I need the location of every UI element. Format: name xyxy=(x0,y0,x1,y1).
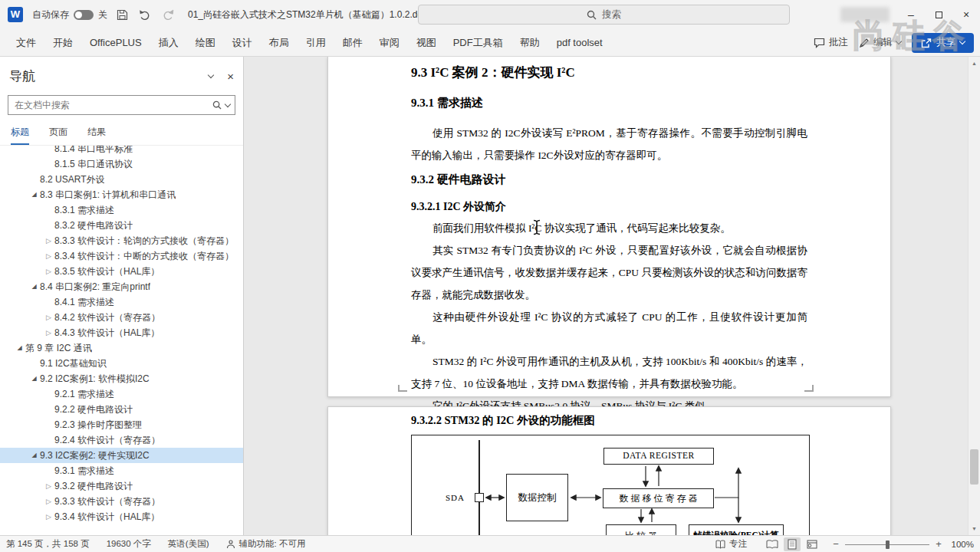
nav-item[interactable]: ▷9.3.3 软件设计（寄存器） xyxy=(0,494,243,509)
word-count[interactable]: 19630 个字 xyxy=(107,538,151,550)
nav-item[interactable]: 9.1 I2C基础知识 xyxy=(0,356,243,371)
nav-item[interactable]: ◢9.3 I2C案例2: 硬件实现I2C xyxy=(0,448,243,463)
view-print-layout-button[interactable] xyxy=(784,537,801,551)
nav-item[interactable]: ◢第 9 章 I2C 通讯 xyxy=(0,340,243,356)
doc-paragraph[interactable]: 这种由硬件外设处理 I²C 协议的方式减轻了 CPU 的工作，且使软件设计更加简… xyxy=(411,306,807,350)
nav-item[interactable]: ◢9.2 I2C案例1: 软件模拟I2C xyxy=(0,371,243,386)
ribbon-tab-9[interactable]: 邮件 xyxy=(334,29,371,56)
nav-tab-pages[interactable]: 页面 xyxy=(49,126,67,145)
collapse-icon[interactable]: ◢ xyxy=(28,371,40,386)
zoom-slider-handle[interactable] xyxy=(886,540,890,549)
ribbon-tab-13[interactable]: 帮助 xyxy=(511,29,548,56)
close-button[interactable]: × xyxy=(952,0,980,29)
scroll-up-arrow[interactable]: ▲ xyxy=(968,58,980,69)
word-logo-icon[interactable]: W xyxy=(8,7,23,22)
nav-item[interactable]: ▷8.3.3 软件设计：轮询的方式接收（寄存器） xyxy=(0,233,243,248)
editing-mode-button[interactable]: 编辑 xyxy=(859,36,901,49)
ribbon-tab-11[interactable]: 视图 xyxy=(408,29,445,56)
autosave-toggle[interactable] xyxy=(74,10,94,20)
nav-item[interactable]: ◢8.4 串口案例2: 重定向printf xyxy=(0,279,243,294)
restore-button[interactable] xyxy=(925,0,952,29)
ribbon-tab-4[interactable]: 插入 xyxy=(150,29,187,56)
ribbon-tab-7[interactable]: 布局 xyxy=(261,29,298,56)
view-read-mode-button[interactable] xyxy=(764,537,781,551)
doc-heading[interactable]: 9.3 I²C 案例 2：硬件实现 I²C xyxy=(411,63,807,83)
doc-heading[interactable]: 9.3.2.1 I2C 外设简介 xyxy=(411,199,807,215)
doc-heading[interactable]: 9.3.2.2 STM32 的 I2C 外设的功能框图 xyxy=(411,412,807,429)
nav-item[interactable]: 9.3.1 需求描述 xyxy=(0,463,243,478)
expand-icon[interactable]: ▷ xyxy=(43,264,54,279)
zoom-in-button[interactable]: + xyxy=(932,538,945,550)
nav-tab-headings[interactable]: 标题 xyxy=(11,126,29,145)
expand-icon[interactable]: ▷ xyxy=(43,325,54,340)
view-web-layout-button[interactable] xyxy=(804,537,821,551)
nav-item[interactable]: 9.2.3 操作时序图整理 xyxy=(0,417,243,432)
nav-item[interactable]: 8.1.5 串口通讯协议 xyxy=(0,156,243,172)
nav-item[interactable]: ▷9.3.4 软件设计（HAL库） xyxy=(0,509,243,524)
ribbon-tab-6[interactable]: 设计 xyxy=(224,29,261,56)
ribbon-tab-1[interactable]: 文件 xyxy=(8,29,44,56)
accessibility-status[interactable]: 辅助功能: 不可用 xyxy=(226,538,306,550)
doc-paragraph[interactable]: 使用 STM32 的 I2C外设读写 E²PROM，基于寄存器操作。不需要手动控… xyxy=(411,122,807,166)
nav-item[interactable]: ▷8.4.2 软件设计（寄存器） xyxy=(0,310,243,325)
nav-item[interactable]: 9.2.4 软件设计（寄存器） xyxy=(0,432,243,448)
collapse-icon[interactable]: ◢ xyxy=(14,340,25,356)
scrollbar-thumb[interactable] xyxy=(970,449,978,485)
document-page-2[interactable]: 9.3.2.2 STM32 的 I2C 外设的功能框图 xyxy=(327,406,891,535)
document-canvas[interactable]: 9.3 I²C 案例 2：硬件实现 I²C9.3.1 需求描述使用 STM32 … xyxy=(244,57,968,535)
nav-item[interactable]: ◢8.3 串口案例1: 计算机和串口通讯 xyxy=(0,187,243,202)
autosave-control[interactable]: 自动保存 关 xyxy=(32,8,107,21)
doc-heading[interactable]: 9.3.2 硬件电路设计 xyxy=(411,170,807,189)
search-box[interactable]: 搜索 xyxy=(418,5,790,25)
ribbon-tab-12[interactable]: PDF工具箱 xyxy=(445,29,511,56)
comments-button[interactable]: 批注 xyxy=(814,36,848,49)
ribbon-tab-14[interactable]: pdf toolset xyxy=(548,29,611,56)
page-indicator[interactable]: 第 145 页，共 158 页 xyxy=(6,538,90,550)
nav-pane-close-icon[interactable]: × xyxy=(227,70,234,83)
expand-icon[interactable]: ▷ xyxy=(43,233,54,248)
collapse-icon[interactable]: ◢ xyxy=(28,279,40,294)
ribbon-tab-5[interactable]: 绘图 xyxy=(187,29,224,56)
nav-item[interactable]: 8.3.1 需求描述 xyxy=(0,202,243,218)
nav-item[interactable]: 8.3.2 硬件电路设计 xyxy=(0,218,243,233)
doc-paragraph[interactable]: 前面我们用软件模拟 I²C 协议实现了通讯，代码写起来比较复杂。 xyxy=(411,217,807,239)
expand-icon[interactable]: ▷ xyxy=(43,478,54,494)
focus-mode-button[interactable]: 专注 xyxy=(715,538,747,550)
nav-item[interactable]: ▷8.4.3 软件设计（HAL库） xyxy=(0,325,243,340)
collapse-icon[interactable]: ◢ xyxy=(28,448,40,463)
minimize-button[interactable]: – xyxy=(897,0,925,29)
nav-pane-options-chevron[interactable] xyxy=(208,71,214,77)
nav-item[interactable]: 9.2.1 需求描述 xyxy=(0,386,243,402)
nav-item[interactable]: 8.2 USART外设 xyxy=(0,172,243,187)
ribbon-tab-2[interactable]: 开始 xyxy=(44,29,81,56)
nav-item[interactable]: ▷8.3.5 软件设计（HAL库） xyxy=(0,264,243,279)
nav-item[interactable]: 8.4.1 需求描述 xyxy=(0,294,243,310)
i2c-functional-diagram[interactable]: DATA REGISTER 数据控制 数 据 移 位 寄 存 器 比 较 器 帧… xyxy=(411,435,810,535)
nav-search-input[interactable]: 在文档中搜索 xyxy=(8,95,235,115)
zoom-slider[interactable] xyxy=(845,538,929,550)
doc-paragraph[interactable]: STM32 的 I²C 外设可用作通讯的主机及从机，支持 100Kbit/s 和… xyxy=(411,350,807,395)
doc-heading[interactable]: 9.3.1 需求描述 xyxy=(411,94,807,112)
expand-icon[interactable]: ▷ xyxy=(43,509,54,524)
ribbon-tab-10[interactable]: 审阅 xyxy=(371,29,408,56)
vertical-scrollbar[interactable]: ▲ ▼ xyxy=(968,57,980,535)
nav-tab-results[interactable]: 结果 xyxy=(87,126,106,145)
language-indicator[interactable]: 英语(美国) xyxy=(168,538,209,550)
expand-icon[interactable]: ▷ xyxy=(43,310,54,325)
save-button[interactable] xyxy=(115,8,130,22)
search-options-chevron[interactable] xyxy=(225,100,231,107)
nav-item[interactable]: 9.2.2 硬件电路设计 xyxy=(0,402,243,417)
undo-button[interactable] xyxy=(137,8,153,21)
ribbon-tab-3[interactable]: OfficePLUS xyxy=(81,29,150,56)
expand-icon[interactable]: ▷ xyxy=(43,494,54,509)
nav-item[interactable]: ▷9.3.2 硬件电路设计 xyxy=(0,478,243,494)
document-page-1[interactable]: 9.3 I²C 案例 2：硬件实现 I²C9.3.1 需求描述使用 STM32 … xyxy=(327,57,891,397)
document-title[interactable]: 01_尚硅谷嵌入式技术之STM32单片机（基础篇）1.0.2.docx - 兼容… xyxy=(188,8,441,21)
redo-button[interactable] xyxy=(160,8,176,21)
nav-item[interactable]: 8.1.4 串口电平标准 xyxy=(0,146,243,156)
collapse-icon[interactable]: ◢ xyxy=(28,187,40,202)
zoom-out-button[interactable]: − xyxy=(830,538,842,550)
ribbon-tab-8[interactable]: 引用 xyxy=(298,29,334,56)
expand-icon[interactable]: ▷ xyxy=(43,248,54,264)
doc-paragraph[interactable]: 其实 STM32 有专门负责协议的 I²C 外设，只要配置好该外设，它就会自动根… xyxy=(411,239,807,306)
